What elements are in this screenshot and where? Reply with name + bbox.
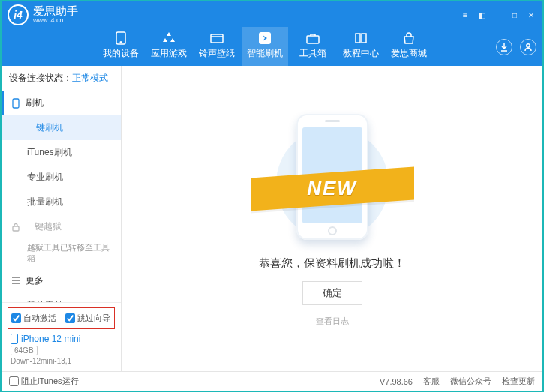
tab-store[interactable]: 爱思商城 (386, 27, 432, 66)
sidebar-item-itunes-flash[interactable]: iTunes刷机 (2, 140, 121, 165)
sidebar-item-other-tools[interactable]: 其他工具 (2, 293, 121, 302)
lock-icon (11, 222, 21, 232)
close-icon[interactable]: ✕ (526, 10, 536, 20)
phone-icon (11, 334, 18, 344)
nav-label: 教程中心 (343, 47, 379, 60)
nav-label: 智能刷机 (247, 47, 283, 60)
media-icon (209, 31, 224, 45)
titlebar: i4 爱思助手 www.i4.cn ≡ ◧ — □ ✕ (2, 1, 542, 25)
ok-button[interactable]: 确定 (302, 281, 362, 305)
update-link[interactable]: 检查更新 (502, 376, 535, 387)
sidebar-item-batch-flash[interactable]: 批量刷机 (2, 190, 121, 214)
status-value: 正常模式 (72, 73, 108, 83)
phone-icon (11, 98, 21, 109)
nav-label: 应用游戏 (151, 47, 187, 60)
tab-tutorials[interactable]: 教程中心 (338, 27, 384, 66)
ribbon-text: NEW (307, 177, 357, 200)
section-jailbreak: 一键越狱 (2, 214, 121, 239)
tab-ringtones-wallpapers[interactable]: 铃声壁纸 (194, 27, 240, 66)
storage-badge: 64GB (11, 346, 38, 355)
nav-label: 工具箱 (299, 47, 326, 60)
view-log-link[interactable]: 查看日志 (316, 316, 349, 327)
main-panel: NEW 恭喜您，保资料刷机成功啦！ 确定 查看日志 (122, 66, 542, 371)
sidebar-item-oneclick-flash[interactable]: 一键刷机 (2, 115, 121, 140)
header: i4 爱思助手 www.i4.cn ≡ ◧ — □ ✕ 我的设备 (2, 1, 542, 66)
store-icon (401, 31, 416, 45)
wechat-link[interactable]: 微信公众号 (450, 376, 491, 387)
app-name: 爱思助手 (33, 5, 78, 18)
checkbox-input[interactable] (11, 313, 21, 323)
svg-point-1 (120, 42, 122, 43)
status-label: 设备连接状态： (9, 73, 72, 83)
jailbreak-note: 越狱工具已转移至工具箱 (2, 239, 121, 268)
checkbox-input[interactable] (65, 313, 75, 323)
nav-label: 我的设备 (103, 47, 139, 60)
section-more[interactable]: 更多 (2, 268, 121, 293)
section-label: 一键越狱 (26, 220, 62, 233)
user-button[interactable] (520, 39, 536, 55)
version-label: V7.98.66 (380, 377, 413, 386)
connection-status: 设备连接状态：正常模式 (2, 66, 121, 91)
download-button[interactable] (496, 39, 512, 55)
checkbox-label: 跳过向导 (77, 313, 110, 324)
section-label: 刷机 (26, 97, 44, 109)
sidebar-bottom: 自动激活 跳过向导 iPhone 12 mini 64GB Down-12min… (2, 302, 121, 371)
new-ribbon: NEW (251, 172, 414, 205)
maximize-icon[interactable]: □ (509, 10, 520, 20)
checkbox-label: 阻止iTunes运行 (21, 376, 79, 387)
sidebar: 设备连接状态：正常模式 刷机 一键刷机 iTunes刷机 专业刷机 批量刷机 一… (2, 66, 122, 371)
skin-icon[interactable]: ◧ (476, 10, 487, 20)
svg-rect-2 (211, 34, 223, 43)
checkbox-auto-activate[interactable]: 自动激活 (11, 313, 56, 324)
body: 设备连接状态：正常模式 刷机 一键刷机 iTunes刷机 专业刷机 批量刷机 一… (2, 66, 542, 371)
svg-rect-7 (13, 226, 19, 231)
phone-illustration: NEW (276, 111, 389, 246)
checkbox-group: 自动激活 跳过向导 (8, 307, 115, 329)
tutorials-icon (353, 31, 368, 45)
section-flash[interactable]: 刷机 (2, 91, 121, 115)
app-window: i4 爱思助手 www.i4.cn ≡ ◧ — □ ✕ 我的设备 (0, 0, 544, 392)
svg-point-5 (527, 44, 530, 47)
device-download: Down-12mini-13,1 (11, 357, 112, 365)
logo-icon: i4 (8, 4, 29, 25)
flash-icon (257, 31, 272, 45)
tab-toolbox[interactable]: 工具箱 (290, 27, 336, 66)
service-link[interactable]: 客服 (423, 376, 440, 387)
sidebar-item-pro-flash[interactable]: 专业刷机 (2, 165, 121, 190)
checkbox-label: 自动激活 (23, 313, 56, 324)
tab-smart-flash[interactable]: 智能刷机 (242, 27, 288, 66)
footer: 阻止iTunes运行 V7.98.66 客服 微信公众号 检查更新 (2, 371, 542, 391)
menu-icon[interactable]: ≡ (460, 10, 470, 20)
logo: i4 爱思助手 www.i4.cn (8, 4, 78, 25)
toolbox-icon (305, 31, 320, 45)
nav-label: 铃声壁纸 (199, 47, 235, 60)
checkbox-block-itunes[interactable]: 阻止iTunes运行 (9, 376, 79, 387)
svg-rect-4 (307, 36, 319, 43)
more-icon (11, 275, 21, 286)
tab-my-device[interactable]: 我的设备 (98, 27, 144, 66)
device-name: iPhone 12 mini (21, 334, 80, 344)
navbar: 我的设备 应用游戏 铃声壁纸 智能刷机 工具箱 (2, 25, 542, 66)
success-hero: NEW 恭喜您，保资料刷机成功啦！ 确定 查看日志 (122, 66, 542, 371)
device-card[interactable]: iPhone 12 mini 64GB Down-12mini-13,1 (8, 329, 115, 367)
minimize-icon[interactable]: — (493, 10, 503, 20)
app-url: www.i4.cn (33, 17, 78, 25)
checkbox-skip-guide[interactable]: 跳过向导 (65, 313, 110, 324)
nav-label: 爱思商城 (391, 47, 427, 60)
checkbox-input[interactable] (9, 376, 19, 386)
apps-icon (161, 31, 176, 45)
svg-rect-6 (13, 99, 19, 108)
nav-tabs: 我的设备 应用游戏 铃声壁纸 智能刷机 工具箱 (98, 27, 432, 66)
section-label: 更多 (26, 274, 44, 287)
success-message: 恭喜您，保资料刷机成功啦！ (259, 256, 405, 271)
tab-apps-games[interactable]: 应用游戏 (146, 27, 192, 66)
window-controls: ≡ ◧ — □ ✕ (460, 10, 536, 20)
phone-icon (113, 31, 128, 45)
